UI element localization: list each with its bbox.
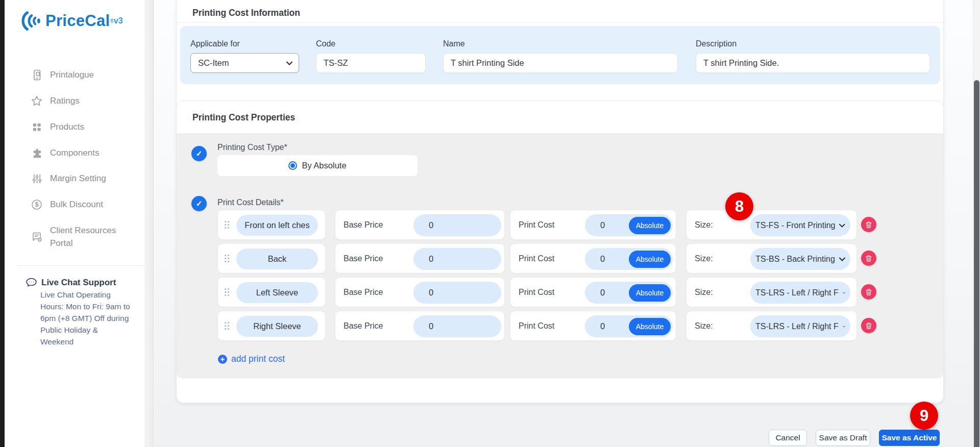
sidebar-item-bulk-discount[interactable]: $ Bulk Discount bbox=[30, 197, 140, 212]
sidebar: PriceCal ® v3 Printalogue Ratings bbox=[5, 0, 144, 447]
drag-handle-icon[interactable] bbox=[225, 255, 229, 263]
print-cost-row: Base Price Print Cost Absolute Size: TS-… bbox=[217, 277, 881, 307]
properties-section: Printing Cost Properties ✓ Printing Cost… bbox=[176, 101, 944, 378]
brand-logo[interactable]: PriceCal ® v3 bbox=[20, 9, 123, 33]
sidebar-item-ratings[interactable]: Ratings bbox=[30, 93, 140, 109]
size-label: Size: bbox=[695, 321, 713, 331]
absolute-toggle-button[interactable]: Absolute bbox=[629, 318, 671, 335]
applicable-for-select[interactable]: SC-Item bbox=[190, 53, 299, 73]
size-label: Size: bbox=[695, 254, 713, 263]
brand-name: PriceCal bbox=[45, 12, 110, 30]
base-price-input[interactable] bbox=[413, 248, 454, 270]
print-cost-row: Base Price Print Cost Absolute Size: TS-… bbox=[217, 243, 881, 274]
sidebar-item-label: Ratings bbox=[50, 96, 80, 106]
size-select-value: TS-LRS - Left / Right F bbox=[755, 288, 839, 297]
trash-icon bbox=[865, 288, 872, 296]
info-fields-panel: Applicable for Code Name Description SC-… bbox=[180, 26, 940, 84]
cost-type-check-icon[interactable]: ✓ bbox=[191, 146, 207, 161]
print-cost-label: Print Cost bbox=[519, 220, 554, 230]
save-as-active-button[interactable]: Save as Active bbox=[879, 430, 940, 446]
sliders-icon bbox=[30, 172, 43, 185]
size-select[interactable]: TS-LRS - Left / Right F bbox=[750, 315, 850, 337]
print-cost-input[interactable] bbox=[585, 315, 626, 337]
by-absolute-radio[interactable] bbox=[288, 161, 297, 170]
size-label: Size: bbox=[695, 220, 713, 230]
side-name-input[interactable] bbox=[236, 249, 318, 269]
annotation-badge-9: 9 bbox=[910, 402, 938, 430]
print-cost-label: Print Cost bbox=[519, 254, 554, 263]
delete-row-button[interactable] bbox=[861, 284, 876, 300]
sidebar-item-label: Printalogue bbox=[50, 70, 94, 80]
row-print-cost-cell: Print Cost Absolute bbox=[510, 210, 676, 240]
size-select[interactable]: TS-FS - Front Printing bbox=[750, 214, 850, 236]
size-select[interactable]: TS-LRS - Left / Right F bbox=[750, 282, 850, 304]
row-size-cell: Size: TS-LRS - Left / Right F bbox=[686, 311, 857, 341]
printing-cost-card: Printing Cost Information Applicable for… bbox=[176, 0, 944, 403]
details-check-icon[interactable]: ✓ bbox=[191, 196, 207, 211]
annotation-badge-8: 8 bbox=[725, 192, 753, 220]
sidebar-item-label: Components bbox=[50, 148, 99, 158]
base-price-input[interactable] bbox=[413, 214, 454, 236]
row-name-cell bbox=[217, 243, 326, 274]
sidebar-item-products[interactable]: Products bbox=[30, 119, 140, 135]
row-base-price-cell: Base Price bbox=[335, 210, 505, 240]
chevron-down-icon bbox=[286, 61, 292, 65]
live-chat-support[interactable]: Live Chat Support bbox=[25, 276, 116, 289]
sidebar-item-components[interactable]: Components bbox=[30, 145, 140, 161]
sidebar-item-printalogue[interactable]: Printalogue bbox=[30, 67, 140, 83]
side-name-input[interactable] bbox=[236, 282, 318, 303]
print-cost-input[interactable] bbox=[585, 214, 626, 236]
print-cost-input[interactable] bbox=[585, 248, 626, 270]
side-name-input[interactable] bbox=[236, 316, 318, 337]
phone-icon bbox=[30, 68, 43, 82]
svg-text:$: $ bbox=[35, 201, 39, 208]
info-section-title: Printing Cost Information bbox=[192, 8, 300, 18]
star-icon bbox=[30, 94, 43, 108]
name-label: Name bbox=[443, 39, 465, 48]
page-scrollbar-thumb[interactable] bbox=[974, 80, 979, 447]
pricecal-logo-icon bbox=[20, 9, 43, 33]
trash-icon bbox=[865, 322, 872, 330]
sidebar-item-client-resources-portal[interactable]: Client Resources Portal bbox=[30, 223, 140, 251]
size-label: Size: bbox=[695, 288, 713, 297]
description-field-wrap bbox=[696, 53, 930, 73]
row-base-price-cell: Base Price bbox=[335, 277, 505, 307]
properties-section-title: Printing Cost Properties bbox=[192, 112, 295, 123]
grid-icon bbox=[30, 120, 43, 134]
code-input[interactable] bbox=[316, 54, 425, 72]
add-print-cost-link[interactable]: + add print cost bbox=[218, 354, 285, 364]
drag-handle-icon[interactable] bbox=[225, 322, 229, 330]
sidebar-item-margin-setting[interactable]: Margin Setting bbox=[30, 171, 140, 186]
side-name-input[interactable] bbox=[236, 215, 318, 236]
description-input[interactable] bbox=[696, 54, 929, 72]
delete-row-button[interactable] bbox=[861, 318, 876, 333]
brand-version: v3 bbox=[114, 16, 123, 26]
properties-body: ✓ Printing Cost Type* By Absolute ✓ Prin… bbox=[177, 134, 943, 378]
base-price-label: Base Price bbox=[344, 321, 383, 331]
add-print-cost-label: add print cost bbox=[231, 354, 285, 364]
sidebar-item-label: Bulk Discount bbox=[50, 200, 103, 210]
absolute-toggle-button[interactable]: Absolute bbox=[629, 284, 671, 302]
absolute-toggle-button[interactable]: Absolute bbox=[629, 217, 671, 234]
size-select[interactable]: TS-BS - Back Printing bbox=[750, 248, 850, 270]
delete-row-button[interactable] bbox=[861, 251, 876, 266]
base-price-input[interactable] bbox=[413, 315, 454, 337]
delete-row-button[interactable] bbox=[861, 217, 876, 232]
print-cost-input[interactable] bbox=[585, 282, 626, 304]
cancel-button[interactable]: Cancel bbox=[769, 430, 807, 446]
trash-icon bbox=[865, 255, 872, 262]
size-select-value: TS-FS - Front Printing bbox=[755, 221, 835, 230]
print-cost-row: Base Price Print Cost Absolute Size: TS-… bbox=[217, 311, 881, 341]
row-base-price-cell: Base Price bbox=[335, 243, 505, 274]
chevron-down-icon bbox=[843, 325, 845, 329]
drag-handle-icon[interactable] bbox=[225, 221, 229, 229]
row-print-cost-cell: Print Cost Absolute bbox=[510, 311, 676, 341]
base-price-input[interactable] bbox=[413, 282, 454, 304]
name-input[interactable] bbox=[444, 54, 677, 72]
print-cost-rows: Base Price Print Cost Absolute Size: TS-… bbox=[217, 210, 881, 344]
drag-handle-icon[interactable] bbox=[225, 288, 229, 296]
size-select-value: TS-BS - Back Printing bbox=[755, 255, 835, 264]
absolute-toggle-button[interactable]: Absolute bbox=[629, 251, 671, 268]
sidebar-item-label: Margin Setting bbox=[50, 173, 106, 184]
save-as-draft-button[interactable]: Save as Draft bbox=[816, 430, 870, 446]
